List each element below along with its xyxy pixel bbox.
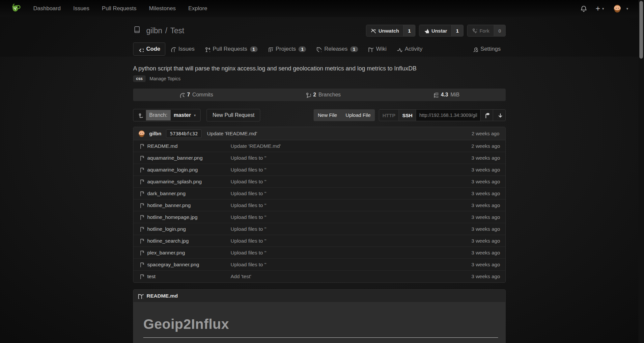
file-name-link[interactable]: hotline_login.png (147, 226, 231, 232)
git-branch-icon (138, 113, 143, 118)
file-name-link[interactable]: hotline_banner.png (147, 202, 231, 208)
create-new-dropdown[interactable]: + ▾ (596, 5, 604, 13)
aquamarine_banner.png: aquamarine_banner.png Upload files to ''… (133, 152, 505, 164)
watch-count: 1 (403, 25, 415, 36)
user-menu[interactable]: ▾ (612, 4, 628, 13)
file-commit-time: 3 weeks ago (471, 167, 500, 173)
scrollbar-thumb[interactable] (639, 1, 643, 59)
file-commit-time: 3 weeks ago (471, 179, 500, 185)
file-commit-message-link[interactable]: Update 'README.md' (231, 143, 471, 149)
download-archive-button[interactable] (493, 109, 506, 121)
gitea-logo-icon[interactable] (10, 2, 22, 15)
tab-activity[interactable]: Activity (392, 42, 428, 56)
file-commit-message-link[interactable]: Upload files to '' (231, 191, 471, 197)
nav-right: + ▾ ▾ (580, 4, 628, 13)
stat-commits[interactable]: 7 Commits (179, 92, 213, 98)
user-avatar (612, 4, 622, 13)
dark_banner.png: dark_banner.png Upload files to '' 3 wee… (133, 188, 505, 199)
commit-author-avatar[interactable] (137, 129, 146, 138)
stat-branches[interactable]: 2 Branches (305, 92, 341, 98)
repo-owner-link[interactable]: gilbn (146, 26, 162, 35)
unstar-button[interactable]: Unstar 1 (419, 25, 463, 37)
git-branch-icon (305, 92, 311, 98)
tab-code[interactable]: Code (133, 42, 165, 56)
current-branch: master (174, 112, 191, 118)
repo-name-link[interactable]: Test (170, 26, 184, 35)
file-commit-message-link[interactable]: Add 'test' (231, 274, 471, 279)
star-count: 1 (451, 25, 463, 36)
commit-message-link[interactable]: Update 'README.md' (207, 131, 257, 137)
readme-filename: README.md (147, 293, 178, 299)
nav-links: Dashboard Issues Pull Requests Milestone… (27, 5, 213, 12)
file-icon (139, 215, 144, 220)
file-icon (139, 191, 144, 196)
file-table: gilbn 57384bfc32 Update 'README.md' 2 we… (133, 127, 506, 283)
file-commit-message-link[interactable]: Upload files to '' (231, 167, 471, 173)
plex_banner.png: plex_banner.png Upload files to '' 3 wee… (133, 247, 505, 259)
nav-issues[interactable]: Issues (67, 5, 96, 12)
upload-file-button[interactable]: Upload File (341, 109, 375, 121)
latest-commit-bar: gilbn 57384bfc32 Update 'README.md' 2 we… (133, 127, 505, 140)
nav-explore[interactable]: Explore (182, 5, 213, 12)
file-name-link[interactable]: spacegray_banner.png (147, 262, 231, 268)
code-icon (138, 46, 144, 52)
manage-topics-link[interactable]: Manage Topics (150, 76, 181, 81)
file-commit-message-link[interactable]: Upload files to '' (231, 202, 471, 208)
tab-releases[interactable]: Releases 1 (311, 42, 363, 56)
repo-stats-bar: 7 Commits 2 Branches 4.3 MiB (133, 89, 506, 101)
star-icon (424, 28, 429, 33)
tab-projects[interactable]: Projects 1 (263, 42, 311, 56)
file-name-link[interactable]: plex_banner.png (147, 250, 231, 256)
fork-button[interactable]: Fork 0 (467, 25, 506, 37)
file-name-link[interactable]: test (147, 274, 231, 279)
tab-pull-requests[interactable]: Pull Requests 1 (200, 42, 263, 56)
file-commit-message-link[interactable]: Upload files to '' (231, 226, 471, 232)
new-file-button[interactable]: New File (314, 109, 341, 121)
commit-sha-link[interactable]: 57384bfc32 (166, 129, 202, 138)
tab-wiki[interactable]: Wiki (363, 42, 392, 56)
tab-settings[interactable]: Settings (467, 42, 506, 56)
file-name-link[interactable]: dark_banner.png (147, 191, 231, 197)
file-icon (139, 262, 144, 267)
repo-header-wrapper: gilbn / Test Unwatch 1 Unstar 1 Fork 0 (0, 17, 644, 57)
stat-size[interactable]: 4.3 MiB (433, 92, 460, 98)
clone-url-input[interactable] (416, 109, 481, 121)
branch-selector[interactable]: Branch: master ▾ (133, 109, 201, 121)
file-name-link[interactable]: hotline_homepage.jpg (147, 214, 231, 220)
tab-issues[interactable]: Issues (165, 42, 200, 56)
top-navbar: Dashboard Issues Pull Requests Milestone… (0, 0, 644, 17)
nav-dashboard[interactable]: Dashboard (27, 5, 67, 12)
nav-pull-requests[interactable]: Pull Requests (96, 5, 143, 12)
file-commit-message-link[interactable]: Upload files to '' (231, 238, 471, 244)
pulse-icon (397, 46, 402, 52)
notifications-bell-icon[interactable] (580, 5, 587, 12)
file-name-link[interactable]: README.md (147, 143, 231, 149)
tab-count-badge: 1 (250, 46, 258, 52)
commit-author-name[interactable]: gilbn (149, 131, 161, 137)
new-pull-request-button[interactable]: New Pull Request (207, 109, 260, 121)
file-name-link[interactable]: aquamarine_splash.png (147, 179, 231, 185)
file-name-link[interactable]: aquamarine_banner.png (147, 155, 231, 161)
readme-section: README.md Geoip2Influx DOCKER BUILD PASS… (133, 289, 506, 343)
file-name-link[interactable]: aquamarine_login.png (147, 167, 231, 173)
file-commit-message-link[interactable]: Upload files to '' (231, 179, 471, 185)
file-commit-message-link[interactable]: Upload files to '' (231, 214, 471, 220)
nav-milestones[interactable]: Milestones (143, 5, 182, 12)
file-commit-message-link[interactable]: Upload files to '' (231, 262, 471, 268)
file-name-link[interactable]: hotline_search.jpg (147, 238, 231, 244)
file-commit-time: 3 weeks ago (471, 191, 500, 197)
topic-css[interactable]: css (133, 75, 146, 82)
file-commit-message-link[interactable]: Upload files to '' (231, 250, 471, 256)
scrollbar-track[interactable] (638, 0, 644, 343)
readme-body: Geoip2Influx DOCKER BUILD PASSING IMAGE … (133, 303, 505, 343)
aquamarine_splash.png: aquamarine_splash.png Upload files to ''… (133, 176, 505, 188)
chevron-down-icon: ▾ (602, 7, 604, 11)
book-icon (368, 46, 374, 52)
ssh-protocol-button[interactable]: SSH (399, 109, 416, 121)
file-commit-message-link[interactable]: Upload files to '' (231, 155, 471, 161)
unwatch-button[interactable]: Unwatch 1 (366, 25, 415, 37)
project-board-icon (267, 46, 273, 52)
copy-clipboard-button[interactable] (480, 109, 493, 121)
http-protocol-button[interactable]: HTTP (379, 109, 399, 121)
chevron-down-icon: ▾ (194, 113, 196, 118)
